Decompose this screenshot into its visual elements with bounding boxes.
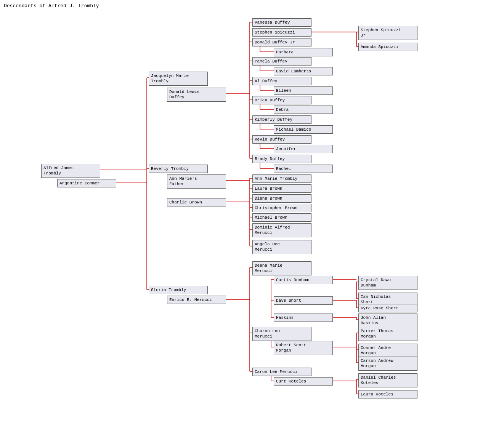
node-vanessa[interactable]: Vanessa Duffey (252, 18, 311, 27)
node-amanda[interactable]: Amanda Spicuzzi (358, 43, 417, 51)
node-kevin_d[interactable]: Kevin Duffey (252, 135, 311, 144)
node-diana_b[interactable]: Diana Brown (252, 194, 311, 203)
node-argentine[interactable]: Argentine Commer (57, 179, 116, 187)
node-dave_short[interactable]: Dave Short (274, 296, 333, 305)
node-stephen_s[interactable]: Stephen Spicuzzi (252, 28, 311, 37)
node-donald_duffey[interactable]: Donald Lewis Duffey (167, 88, 226, 102)
node-al_duffey[interactable]: Al Duffey (252, 77, 311, 85)
node-deana[interactable]: Deana Marie Merucci (252, 261, 311, 275)
node-donald_jr[interactable]: Donald Duffey Jr (252, 38, 311, 46)
node-christopher_b[interactable]: Christopher Brown (252, 204, 311, 212)
node-john_haskins[interactable]: John Allan Haskins (358, 314, 417, 328)
node-david_l[interactable]: David Lamberts (274, 67, 333, 75)
node-conner[interactable]: Conner Andre Morgan (358, 344, 417, 358)
node-jennifer[interactable]: Jennifer (274, 145, 333, 153)
node-ann_marie_t[interactable]: Ann Marie Trombly (252, 174, 311, 183)
node-jacquelyn[interactable]: Jacquelyn Marie Trombly (149, 72, 208, 86)
node-beverly[interactable]: Beverly Trombly (149, 165, 208, 173)
node-ann_father[interactable]: Ann Marie's Father (167, 174, 226, 189)
node-parker[interactable]: Parker Thomas Morgan (358, 327, 417, 341)
tree-container: Alfred James TromblyArgentine CommerJacq… (0, 11, 496, 448)
node-stephen_jr[interactable]: Stephen Spicuzzi Jr (358, 26, 417, 40)
node-carson[interactable]: Carson Andrew Morgan (358, 357, 417, 371)
node-alfred[interactable]: Alfred James Trombly (41, 164, 100, 178)
node-brady_d[interactable]: Brady Duffey (252, 155, 311, 163)
page-title: Descendants of Alfred J. Trombly (4, 3, 99, 9)
node-laura_k[interactable]: Laura Koteles (358, 390, 417, 398)
node-laura_b[interactable]: Laura Brown (252, 184, 311, 193)
node-enrico[interactable]: Enrico R. Merucci (167, 296, 226, 304)
node-pamela[interactable]: Pamela Duffey (252, 57, 311, 66)
node-kimberly_d[interactable]: Kimberly Duffey (252, 115, 311, 124)
node-eileen[interactable]: Eileen (274, 86, 333, 95)
node-barbara[interactable]: Barbara (274, 48, 333, 56)
node-brian_d[interactable]: Brian Duffey (252, 96, 311, 104)
node-angela[interactable]: Angela Dee Merucci (252, 240, 311, 254)
node-curtis[interactable]: Curtis Dunham (274, 276, 333, 284)
node-michael_b[interactable]: Michael Brown (252, 213, 311, 222)
node-gloria[interactable]: Gloria Trombly (149, 286, 208, 294)
node-michael_d[interactable]: Michael Damico (274, 125, 333, 134)
node-caron[interactable]: Caron Lee Merucci (252, 368, 311, 376)
node-dominic[interactable]: Dominic Alfred Merucci (252, 223, 311, 237)
node-kyra[interactable]: Kyra Rose Short (358, 304, 417, 312)
node-debra[interactable]: Debra (274, 106, 333, 114)
node-charon[interactable]: Charon Lou Merucci (252, 327, 311, 341)
node-robert_m[interactable]: Robert Scott Morgan (274, 341, 333, 355)
node-daniel_k[interactable]: Daniel Charles Koteles (358, 373, 417, 387)
node-haskins[interactable]: Haskins (274, 314, 333, 322)
node-rachel[interactable]: Rachel (274, 165, 333, 173)
node-curt_k[interactable]: Curt Koteles (274, 377, 333, 386)
node-crystal[interactable]: Crystal Dawn Dunham (358, 276, 417, 290)
node-charlie_brown[interactable]: Charlie Brown (167, 198, 226, 206)
